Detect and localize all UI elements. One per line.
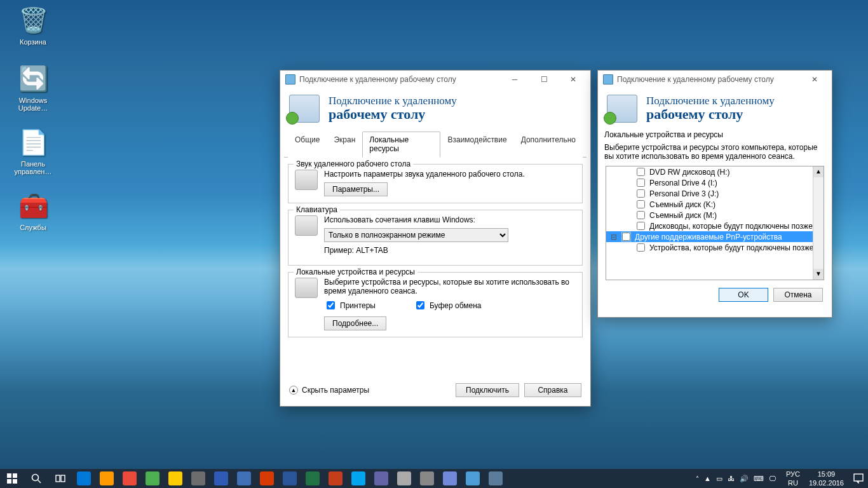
tree-item-selected[interactable]: ⊟Другие поддерживаемые PnP-устройства [606, 231, 824, 242]
svg-rect-3 [13, 479, 17, 484]
taskbar-app[interactable] [95, 469, 118, 488]
search-button[interactable] [24, 469, 48, 488]
tray-volume-icon[interactable]: 🔊 [740, 475, 749, 483]
taskbar-app[interactable] [118, 469, 141, 488]
tree-item[interactable]: Personal Drive 4 (I:) [606, 177, 824, 188]
app-icon [100, 471, 114, 485]
taskbar-app[interactable] [164, 469, 187, 488]
group-keyboard: Клавиатура Использовать сочетания клавиш… [288, 210, 583, 266]
taskbar-app[interactable] [141, 469, 164, 488]
app-icon [237, 471, 251, 485]
close-button[interactable]: ✕ [800, 71, 829, 88]
tree-item[interactable]: Съемный диск (K:) [606, 199, 824, 210]
more-devices-button[interactable]: Подробнее... [324, 316, 386, 330]
desktop-icon-recycle[interactable]: 🗑️ Корзина [8, 5, 58, 46]
collapse-icon[interactable]: ⊟ [610, 233, 617, 241]
svg-rect-6 [56, 475, 60, 482]
tree-item[interactable]: Дисководы, которые будут подключены позж… [606, 220, 824, 231]
taskbar-app[interactable] [301, 469, 324, 488]
scroll-up-button[interactable]: ▲ [813, 166, 824, 177]
checkbox-label: Буфер обмена [430, 301, 482, 310]
rdp-banner-icon [289, 95, 320, 123]
action-center-button[interactable] [849, 469, 868, 488]
desktop-icon-label: Корзина [8, 38, 58, 46]
lang-line2: RU [786, 478, 800, 487]
tree-item[interactable]: Съемный диск (M:) [606, 210, 824, 220]
desktop: 🗑️ Корзина 🔄 Windows Update… 📄 Панель уп… [0, 0, 868, 469]
tree-item[interactable]: Personal Drive 3 (J:) [606, 188, 824, 199]
hide-options-toggle[interactable]: ▲ Скрыть параметры [289, 386, 369, 395]
chevron-up-icon: ▲ [289, 386, 298, 395]
start-button[interactable] [0, 469, 24, 488]
hide-options-label: Скрыть параметры [302, 386, 369, 395]
svg-rect-0 [7, 473, 11, 478]
svg-rect-8 [854, 474, 863, 481]
app-icon [168, 471, 182, 485]
audio-settings-button[interactable]: Параметры... [324, 182, 388, 196]
cancel-button[interactable]: Отмена [773, 288, 823, 302]
speaker-icon [295, 170, 318, 190]
connect-button[interactable]: Подключить [456, 383, 519, 397]
taskbar-app[interactable] [72, 469, 95, 488]
tree-item[interactable]: DVD RW дисковод (H:) [606, 166, 824, 177]
svg-rect-1 [13, 473, 17, 478]
system-tray[interactable]: ˄ ▲ ▭ 🖧 🔊 ⌨ 🖵 [689, 475, 782, 483]
desktop-icon-label: Windows Update… [8, 97, 58, 112]
app-icon [306, 471, 320, 485]
lang-line1: РУС [786, 470, 800, 478]
taskbar-app[interactable] [438, 469, 461, 488]
keyboard-mode-select[interactable]: Только в полноэкранном режиме [324, 228, 508, 242]
language-indicator[interactable]: РУС RU [782, 470, 804, 487]
tray-monitor-icon[interactable]: 🖵 [769, 475, 776, 482]
tab-display[interactable]: Экран [327, 132, 362, 158]
taskbar-app[interactable] [324, 469, 347, 488]
close-button[interactable]: ✕ [559, 71, 588, 88]
taskbar-app[interactable] [416, 469, 438, 488]
taskbar-app[interactable] [210, 469, 233, 488]
printers-checkbox[interactable]: Принтеры [324, 299, 376, 311]
task-view-button[interactable] [48, 469, 72, 488]
svg-rect-2 [7, 479, 11, 484]
tab-local-resources[interactable]: Локальные ресурсы [362, 132, 440, 158]
tab-experience[interactable]: Взаимодействие [440, 132, 513, 158]
taskbar-app[interactable] [393, 469, 416, 488]
tree-scrollbar[interactable]: ▲ ▼ [813, 166, 824, 280]
titlebar[interactable]: Подключение к удаленному рабочему столу … [280, 71, 590, 88]
app-icon [191, 471, 205, 485]
taskbar-app[interactable] [187, 469, 210, 488]
help-button[interactable]: Справка [524, 383, 581, 397]
desktop-icon-winupdate[interactable]: 🔄 Windows Update… [8, 64, 58, 112]
clipboard-checkbox[interactable]: Буфер обмена [414, 299, 482, 311]
windows-update-icon: 🔄 [18, 64, 48, 94]
tray-chevron-icon[interactable]: ˄ [696, 475, 699, 482]
device-tree[interactable]: DVD RW дисковод (H:) Personal Drive 4 (I… [606, 166, 824, 280]
tab-advanced[interactable]: Дополнительно [514, 132, 583, 158]
app-icon [466, 471, 480, 485]
taskbar-app[interactable] [233, 469, 255, 488]
ok-button[interactable]: OK [719, 288, 768, 302]
tray-battery-icon[interactable]: ▭ [716, 475, 722, 483]
taskbar-app[interactable] [484, 469, 507, 488]
minimize-button[interactable]: ─ [500, 71, 529, 88]
titlebar[interactable]: Подключение к удаленному рабочему столу … [598, 71, 832, 88]
tab-general[interactable]: Общие [288, 132, 327, 158]
app-icon [123, 471, 137, 485]
taskbar-app[interactable] [255, 469, 278, 488]
taskbar-app[interactable] [347, 469, 370, 488]
tray-vlc-icon[interactable]: ▲ [704, 475, 711, 482]
scroll-down-button[interactable]: ▼ [813, 269, 824, 280]
clock[interactable]: 15:09 19.02.2016 [804, 470, 849, 487]
taskbar[interactable]: ˄ ▲ ▭ 🖧 🔊 ⌨ 🖵 РУС RU 15:09 19.02.2016 [0, 469, 868, 488]
dialog-footer: OK Отмена [598, 280, 832, 309]
taskbar-app[interactable] [278, 469, 301, 488]
desktop-icon-control-panel[interactable]: 📄 Панель управлен… [8, 127, 58, 175]
svg-line-5 [38, 480, 41, 484]
desktop-icon-services[interactable]: 🧰 Службы [8, 191, 58, 231]
taskbar-app[interactable] [370, 469, 393, 488]
taskbar-app[interactable] [461, 469, 484, 488]
tray-network-icon[interactable]: 🖧 [728, 475, 735, 482]
tray-keyboard-icon[interactable]: ⌨ [754, 475, 764, 483]
tree-item[interactable]: Устройства, которые будут подключены поз… [606, 242, 824, 253]
svg-point-4 [32, 475, 39, 481]
maximize-button[interactable]: ☐ [529, 71, 559, 88]
